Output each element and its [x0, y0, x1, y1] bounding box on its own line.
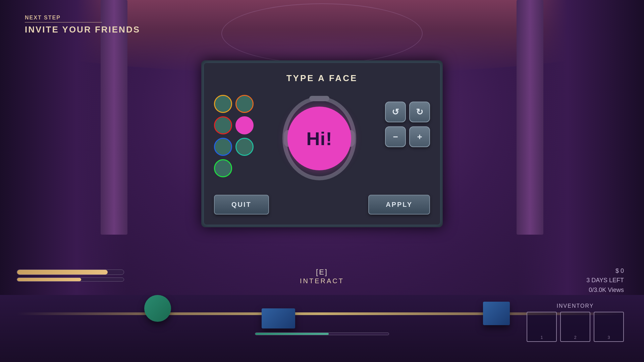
quit-button[interactable]: QUIT [214, 195, 269, 215]
health-bar-inner [17, 270, 108, 275]
minus-icon: − [393, 132, 398, 142]
rotate-cw-button[interactable]: ↻ [409, 102, 430, 122]
floor-object-right [483, 302, 510, 325]
money-stat: $ 0 [586, 266, 624, 276]
ceiling-pattern [221, 3, 423, 64]
bottom-progress-bar [255, 333, 389, 335]
size-controls: − + [385, 126, 430, 147]
face-circle: Hi! [287, 107, 351, 170]
face-mount: Hi! [282, 92, 356, 185]
inventory-slot-3: 3 [594, 312, 624, 342]
slot-number-1: 1 [541, 335, 543, 340]
floor-object-middle [262, 308, 295, 328]
right-column [517, 0, 543, 235]
second-bar [17, 278, 124, 282]
rotate-ccw-button[interactable]: ↺ [385, 102, 406, 122]
slot-number-3: 3 [608, 335, 610, 340]
color-btn-green[interactable] [214, 159, 232, 177]
color-btn-red[interactable] [214, 116, 232, 134]
modal-inner: TYPE A FACE [204, 63, 440, 225]
slot-number-2: 2 [574, 335, 577, 340]
color-btn-pink[interactable] [235, 116, 254, 134]
inventory-label: INVENTORY [527, 303, 624, 309]
hud-stats: $ 0 3 DAYS LEFT 0/3.0K Views [586, 266, 624, 295]
rotate-ccw-icon: ↺ [392, 107, 399, 117]
apply-button[interactable]: APPLY [368, 195, 430, 215]
inventory-slot-2: 2 [560, 312, 590, 342]
modal-content: Hi! ↺ ↻ [214, 92, 430, 185]
rotate-controls: ↺ ↻ [385, 102, 430, 122]
second-bar-inner [17, 278, 81, 281]
interact-prompt: [E] INTERACT [300, 268, 344, 285]
face-display-text: Hi! [306, 128, 332, 149]
color-picker [214, 95, 254, 177]
rotate-cw-icon: ↻ [416, 107, 423, 117]
face-display: Hi! [260, 92, 378, 185]
color-btn-blue[interactable] [214, 138, 232, 156]
left-column [101, 0, 127, 235]
headset-top-band [309, 96, 329, 101]
color-btn-orange[interactable] [214, 95, 232, 113]
increase-button[interactable]: + [409, 126, 430, 147]
hud-top-left: NEXT STEP INVITE YOUR FRIENDS [25, 15, 140, 35]
inventory-slots: 1 2 3 [527, 312, 624, 342]
health-bar-outer [17, 269, 124, 275]
modal-title: TYPE A FACE [214, 73, 430, 83]
interact-label: INTERACT [300, 277, 344, 285]
views-stat: 0/3.0K Views [586, 285, 624, 295]
decrease-button[interactable]: − [385, 126, 406, 147]
floor-object-left [144, 295, 171, 322]
next-step-label: NEXT STEP [25, 15, 140, 21]
bottom-progress-inner [255, 333, 329, 335]
inventory-panel: INVENTORY 1 2 3 [527, 303, 624, 342]
interact-key: [E] [300, 268, 344, 277]
color-btn-teal[interactable] [235, 138, 254, 156]
health-bar-container [17, 269, 124, 282]
type-a-face-modal: TYPE A FACE [201, 60, 443, 227]
inventory-slot-1: 1 [527, 312, 557, 342]
next-step-divider [25, 22, 102, 22]
plus-icon: + [417, 132, 422, 142]
face-controls: ↺ ↻ − + [385, 102, 430, 147]
modal-outer-frame: TYPE A FACE [201, 60, 443, 227]
days-left-stat: 3 DAYS LEFT [586, 276, 624, 285]
color-btn-orange2[interactable] [235, 95, 254, 113]
modal-buttons: QUIT APPLY [214, 195, 430, 215]
next-step-title: INVITE YOUR FRIENDS [25, 24, 140, 35]
